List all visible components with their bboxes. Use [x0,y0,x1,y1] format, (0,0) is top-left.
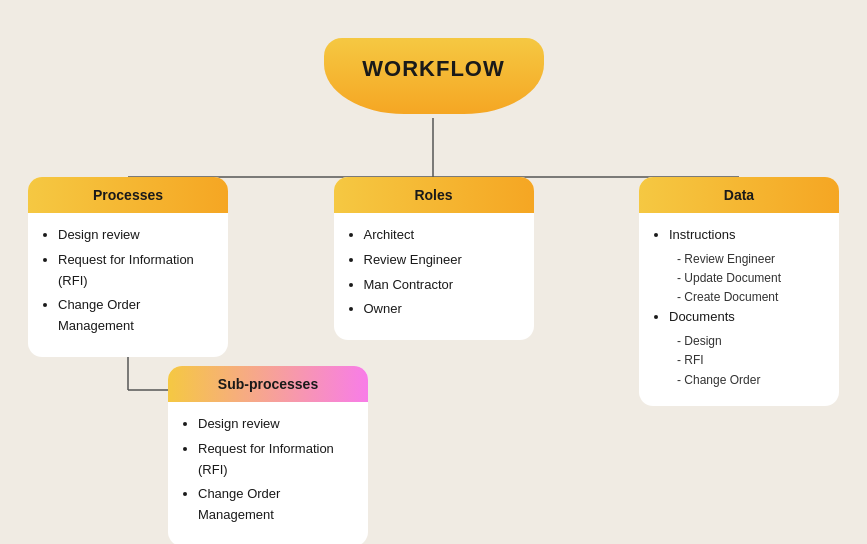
processes-item: Change Order Management [58,295,214,337]
data-box: Data Instructions- Review Engineer- Upda… [639,177,839,406]
roles-item: Architect [364,225,520,246]
subprocesses-body: Design reviewRequest for Information (RF… [168,402,368,544]
workflow-title: WORKFLOW [362,56,504,82]
processes-body: Design reviewRequest for Information (RF… [28,213,228,357]
subprocesses-item: Request for Information (RFI) [198,439,354,481]
data-subitem: - Review Engineer [669,250,825,269]
processes-box: Processes Design reviewRequest for Infor… [28,177,228,357]
data-subitem: - Design [669,332,825,351]
subprocesses-header: Sub-processes [168,366,368,402]
processes-header: Processes [28,177,228,213]
data-group-item: Documents [669,307,825,328]
roles-box: Roles ArchitectReview EngineerMan Contra… [334,177,534,340]
workflow-box: WORKFLOW [324,38,544,114]
data-subitem: - Update Document [669,269,825,288]
roles-item: Owner [364,299,520,320]
roles-item: Review Engineer [364,250,520,271]
roles-header: Roles [334,177,534,213]
workflow-diagram: WORKFLOW Processes Design reviewRequest … [0,0,867,544]
data-group-item: Instructions [669,225,825,246]
data-body: Instructions- Review Engineer- Update Do… [639,213,839,406]
data-subitem: - Create Document [669,288,825,307]
subprocesses-item: Design review [198,414,354,435]
roles-item: Man Contractor [364,275,520,296]
data-subitem: - Change Order [669,371,825,390]
processes-item: Request for Information (RFI) [58,250,214,292]
subprocesses-box: Sub-processes Design reviewRequest for I… [168,366,368,544]
subprocesses-item: Change Order Management [198,484,354,526]
roles-body: ArchitectReview EngineerMan ContractorOw… [334,213,534,340]
data-header: Data [639,177,839,213]
data-subitem: - RFI [669,351,825,370]
processes-item: Design review [58,225,214,246]
